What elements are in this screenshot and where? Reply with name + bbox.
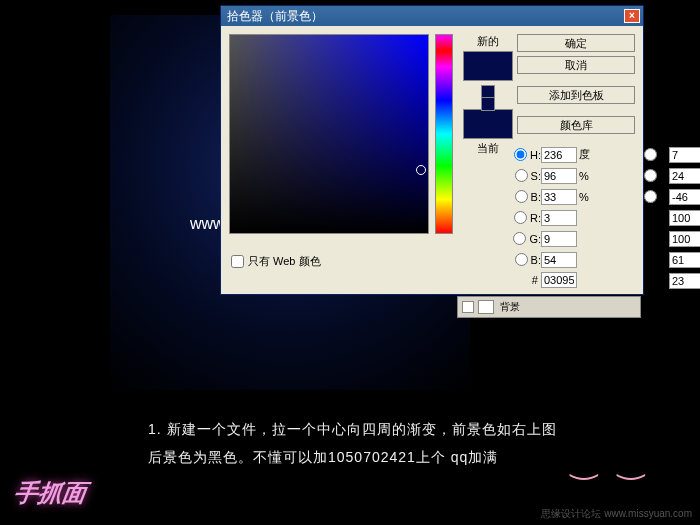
input-h[interactable] [541,147,577,163]
radio-a[interactable] [644,169,657,182]
new-color-label: 新的 [459,34,517,49]
web-only-checkbox[interactable] [231,255,244,268]
input-k[interactable] [669,273,700,289]
radio-r[interactable] [514,211,527,224]
input-l[interactable] [669,147,700,163]
caption-line2: 后景色为黑色。不懂可以加1050702421上个 qq加满 [148,443,557,471]
input-hex[interactable] [541,272,577,288]
input-b[interactable] [541,189,577,205]
layer-thumb [478,300,494,314]
input-g[interactable] [541,231,577,247]
layer-name: 背景 [500,300,520,314]
color-library-button[interactable]: 颜色库 [517,116,635,134]
color-picker-dialog: 拾色器（前景色） × 新的 当前 确定 取消 添加到色板 颜色库 H: 度 [220,5,644,295]
websafe-swatch[interactable] [481,97,495,111]
radio-l[interactable] [644,148,657,161]
radio-s[interactable] [515,169,528,182]
radio-bl[interactable] [515,253,528,266]
add-swatch-button[interactable]: 添加到色板 [517,86,635,104]
cancel-button[interactable]: 取消 [517,56,635,74]
radio-h[interactable] [514,148,527,161]
ok-button[interactable]: 确定 [517,34,635,52]
current-color-swatch [463,109,513,139]
radio-g[interactable] [513,232,526,245]
input-bb[interactable] [669,189,700,205]
input-c[interactable] [669,210,700,226]
radio-bb[interactable] [644,190,657,203]
web-only-label: 只有 Web 颜色 [248,254,321,269]
radio-b[interactable] [515,190,528,203]
eye-icon[interactable] [462,301,474,313]
logo: 手抓面 [12,477,88,509]
input-r[interactable] [541,210,577,226]
input-m[interactable] [669,231,700,247]
caption-line1: 1. 新建一个文件，拉一个中心向四周的渐变，前景色如右上图 [148,415,557,443]
input-s[interactable] [541,168,577,184]
input-y[interactable] [669,252,700,268]
picker-ring-icon [416,165,426,175]
hue-slider[interactable] [435,34,453,234]
dialog-titlebar[interactable]: 拾色器（前景色） × [221,6,643,26]
close-icon[interactable]: × [624,9,640,23]
new-color-swatch [463,51,513,81]
layers-panel-row[interactable]: 背景 [457,296,641,318]
color-field[interactable] [229,34,429,234]
footer-credit: 思缘设计论坛 www.missyuan.com [541,507,692,521]
dialog-title: 拾色器（前景色） [227,8,323,25]
color-value-fields: H: 度 S: % B: % R: G: B: # [501,144,700,288]
input-bl[interactable] [541,252,577,268]
face-icon: ‿ ‿ [571,443,650,481]
input-a[interactable] [669,168,700,184]
tutorial-caption: 1. 新建一个文件，拉一个中心向四周的渐变，前景色如右上图 后景色为黑色。不懂可… [148,415,557,471]
